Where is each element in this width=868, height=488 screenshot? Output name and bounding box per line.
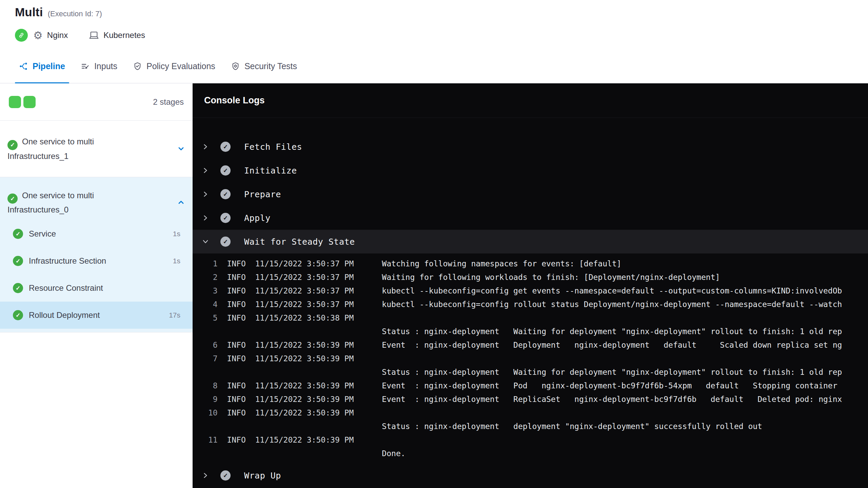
step-success-icon: ✓ bbox=[220, 165, 231, 176]
console-step-label: Prepare bbox=[244, 189, 281, 199]
policy-shield-check-icon bbox=[133, 62, 142, 71]
page-title: Multi bbox=[15, 5, 43, 19]
tab-security-tests[interactable]: Security Tests bbox=[225, 49, 302, 83]
step-success-icon: ✓ bbox=[13, 229, 23, 239]
tab-label: Security Tests bbox=[244, 61, 297, 71]
step-success-icon: ✓ bbox=[220, 237, 231, 247]
tab-label: Pipeline bbox=[33, 61, 65, 71]
stage-step-rollout-deployment[interactable]: ✓Rollout Deployment17s bbox=[0, 302, 193, 329]
chevron-down-icon[interactable] bbox=[201, 238, 210, 245]
stage-count-label: 2 stages bbox=[153, 97, 184, 107]
console-step-label: Initialize bbox=[244, 166, 297, 176]
log-line: 4 INFO 11/15/2022 3:50:37 PM kubectl --k… bbox=[208, 298, 868, 311]
log-line: 9 INFO 11/15/2022 3:50:39 PM Event : ngi… bbox=[208, 392, 868, 406]
log-line: Status : nginx-deployment Waiting for de… bbox=[208, 365, 868, 379]
execution-id: (Execution Id: 7) bbox=[48, 9, 102, 18]
log-line: 5 INFO 11/15/2022 3:50:38 PM bbox=[208, 311, 868, 325]
console-step-prepare[interactable]: ✓Prepare bbox=[193, 182, 868, 206]
chevron-down-icon[interactable] bbox=[177, 145, 185, 153]
chevron-right-icon[interactable] bbox=[201, 143, 210, 150]
step-success-icon: ✓ bbox=[13, 310, 23, 320]
log-line: 8 INFO 11/15/2022 3:50:39 PM Event : ngi… bbox=[208, 379, 868, 392]
service-name: Nginx bbox=[47, 30, 68, 40]
tab-policy-evaluations[interactable]: Policy Evaluations bbox=[127, 49, 221, 83]
stage-name: One service to multi Infrastructures_0 bbox=[7, 191, 94, 215]
stage-status-square[interactable] bbox=[9, 96, 21, 108]
log-line: Status : nginx-deployment deployment "ng… bbox=[208, 420, 868, 433]
step-success-icon: ✓ bbox=[13, 283, 23, 293]
log-lines: 1 INFO 11/15/2022 3:50:37 PM Watching fo… bbox=[193, 253, 868, 464]
title-row: Multi (Execution Id: 7) bbox=[15, 5, 853, 22]
tab-bar: Pipeline Inputs Policy Evaluations Secur… bbox=[0, 49, 868, 83]
step-duration: 17s bbox=[169, 311, 180, 319]
console-step-label: Apply bbox=[244, 213, 271, 223]
log-line: Done. bbox=[208, 447, 868, 460]
step-label: Resource Constraint bbox=[29, 283, 103, 293]
step-duration: 1s bbox=[173, 230, 180, 238]
tab-label: Policy Evaluations bbox=[146, 61, 215, 71]
step-success-icon: ✓ bbox=[220, 142, 231, 152]
stage-step-resource-constraint[interactable]: ✓Resource Constraint bbox=[0, 274, 193, 302]
environment-icon bbox=[89, 31, 99, 40]
service-link-icon bbox=[15, 29, 28, 42]
step-success-icon: ✓ bbox=[13, 256, 23, 266]
log-line: 11 INFO 11/15/2022 3:50:39 PM bbox=[208, 433, 868, 447]
stage-step-service[interactable]: ✓Service1s bbox=[0, 220, 193, 247]
inputs-icon bbox=[81, 62, 90, 71]
stage-name: One service to multi Infrastructures_1 bbox=[7, 137, 94, 161]
chevron-right-icon[interactable] bbox=[201, 472, 210, 479]
console-step-fetch-files[interactable]: ✓Fetch Files bbox=[193, 135, 868, 159]
step-success-icon: ✓ bbox=[220, 189, 231, 199]
pipeline-icon bbox=[19, 62, 28, 71]
log-line: 10 INFO 11/15/2022 3:50:39 PM bbox=[208, 406, 868, 420]
stage-item-infrastructures-0[interactable]: ✓One service to multi Infrastructures_0 … bbox=[0, 177, 193, 333]
log-line: 2 INFO 11/15/2022 3:50:37 PM Waiting for… bbox=[208, 270, 868, 284]
step-label: Infrastructure Section bbox=[29, 256, 106, 266]
tab-label: Inputs bbox=[94, 61, 117, 71]
execution-meta-row: ⚙ Nginx Kubernetes bbox=[15, 28, 853, 43]
console-step-label: Wait for Steady State bbox=[244, 237, 355, 247]
environment-name: Kubernetes bbox=[103, 30, 145, 40]
console-logs-header: Console Logs bbox=[193, 83, 868, 118]
chevron-right-icon[interactable] bbox=[201, 190, 210, 198]
log-line: 1 INFO 11/15/2022 3:50:37 PM Watching fo… bbox=[208, 257, 868, 270]
console-step-label: Fetch Files bbox=[244, 142, 302, 152]
console-body: ✓Fetch Files✓Initialize✓Prepare✓Apply✓Wa… bbox=[193, 118, 868, 488]
log-line: 6 INFO 11/15/2022 3:50:39 PM Event : ngi… bbox=[208, 338, 868, 352]
tab-pipeline[interactable]: Pipeline bbox=[14, 49, 71, 83]
content-area: 2 stages ✓One service to multi Infrastru… bbox=[0, 83, 868, 488]
chevron-right-icon[interactable] bbox=[201, 214, 210, 222]
chevron-right-icon[interactable] bbox=[201, 167, 210, 174]
console-logs-panel: Console Logs ✓Fetch Files✓Initialize✓Pre… bbox=[193, 83, 868, 488]
stage-step-infrastructure-section[interactable]: ✓Infrastructure Section1s bbox=[0, 247, 193, 274]
console-step-apply[interactable]: ✓Apply bbox=[193, 206, 868, 230]
step-success-icon: ✓ bbox=[220, 213, 231, 223]
tab-inputs[interactable]: Inputs bbox=[75, 49, 123, 83]
console-step-label: Wrap Up bbox=[244, 471, 281, 481]
log-line: 7 INFO 11/15/2022 3:50:39 PM bbox=[208, 352, 868, 365]
security-shield-icon bbox=[231, 62, 240, 71]
console-step-wait-for-steady-state[interactable]: ✓Wait for Steady State bbox=[193, 230, 868, 253]
console-logs-title: Console Logs bbox=[204, 95, 265, 106]
step-duration: 1s bbox=[173, 257, 180, 265]
stage-success-icon: ✓ bbox=[7, 140, 18, 150]
chevron-up-icon[interactable] bbox=[177, 198, 185, 206]
stage-step-list: ✓Service1s✓Infrastructure Section1s✓Reso… bbox=[0, 220, 193, 329]
stage-sidebar: 2 stages ✓One service to multi Infrastru… bbox=[0, 83, 193, 488]
stage-summary-bar: 2 stages bbox=[0, 83, 193, 121]
step-success-icon: ✓ bbox=[220, 470, 231, 481]
console-step-wrap-up[interactable]: ✓Wrap Up bbox=[193, 464, 868, 487]
step-label: Service bbox=[29, 229, 56, 239]
gear-icon[interactable]: ⚙ bbox=[33, 30, 43, 41]
stage-status-square[interactable] bbox=[23, 96, 36, 108]
stage-success-icon: ✓ bbox=[7, 194, 18, 204]
stage-item-infrastructures-1[interactable]: ✓One service to multi Infrastructures_1 bbox=[0, 121, 193, 177]
log-line: 3 INFO 11/15/2022 3:50:37 PM kubectl --k… bbox=[208, 284, 868, 298]
console-step-initialize[interactable]: ✓Initialize bbox=[193, 159, 868, 182]
step-label: Rollout Deployment bbox=[29, 310, 100, 320]
log-line: Status : nginx-deployment Waiting for de… bbox=[208, 325, 868, 338]
page-header: Multi (Execution Id: 7) ⚙ Nginx Kubernet… bbox=[0, 0, 868, 43]
